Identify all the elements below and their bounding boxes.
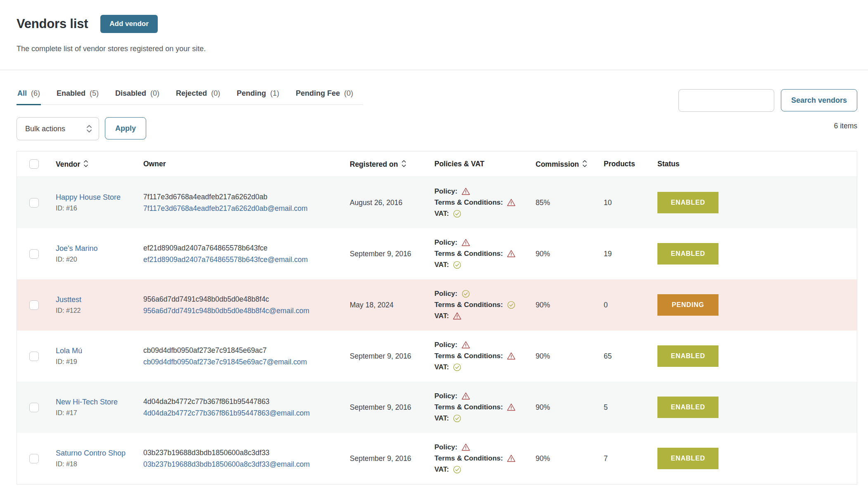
status-badge: PENDING (657, 294, 719, 316)
column-header-registered[interactable]: Registered on (342, 151, 426, 177)
owner-email-link[interactable]: 7f117e3d6768a4eadfeb217a6262d0ab@email.c… (143, 204, 333, 213)
column-header-vendor[interactable]: Vendor (47, 151, 135, 177)
owner-email-link[interactable]: 956a6d7dd7491c948b0db5d0e48b8f4c@email.c… (143, 307, 333, 315)
products-count: 10 (595, 177, 649, 229)
warning-icon (461, 238, 470, 247)
check-circle-icon (453, 363, 462, 372)
commission-value: 90% (527, 433, 595, 484)
check-circle-icon (507, 300, 516, 309)
owner-name: 03b237b19688d3bdb1850600a8c3df33 (143, 449, 333, 457)
policy-status-icon (461, 340, 470, 350)
row-checkbox[interactable] (29, 403, 39, 412)
toolbar: All (6) Enabled (5) Disabled (0) Re (17, 86, 857, 140)
vendor-row: Justtest ID: #122 956a6d7dd7491c948b0db5… (17, 279, 857, 331)
vendors-table-body: Happy House Store ID: #16 7f117e3d6768a4… (17, 177, 857, 484)
status-tab[interactable]: Rejected (0) (175, 86, 221, 104)
chevron-up-down-icon (86, 124, 92, 133)
warning-icon (461, 392, 470, 401)
registered-date: September 9, 2016 (342, 433, 426, 484)
vat-status-icon (453, 260, 462, 269)
status-tab[interactable]: All (6) (17, 86, 41, 105)
page-header: Vendors list Add vendor The complete lis… (0, 0, 868, 70)
warning-icon (461, 340, 470, 350)
select-all-checkbox[interactable] (29, 159, 39, 169)
row-checkbox[interactable] (29, 352, 39, 361)
apply-button[interactable]: Apply (105, 117, 146, 139)
status-badge: ENABLED (657, 345, 719, 367)
terms-label: Terms & Conditions: (434, 453, 503, 463)
column-header-commission[interactable]: Commission (527, 151, 595, 177)
vendor-name-link[interactable]: Saturno Contro Shop (56, 449, 127, 458)
row-checkbox[interactable] (29, 249, 39, 259)
status-tab[interactable]: Disabled (0) (114, 86, 160, 104)
tab-label: Pending (237, 89, 266, 97)
status-badge: ENABLED (657, 448, 719, 469)
tab-label: Disabled (115, 89, 146, 97)
owner-email-link[interactable]: ef21d8909ad2407a764865578b643fce@email.c… (143, 255, 333, 264)
bulk-actions-select[interactable]: Bulk actions (17, 117, 99, 140)
registered-date: September 9, 2016 (342, 331, 426, 382)
terms-label: Terms & Conditions: (434, 249, 503, 259)
vendor-id: ID: #17 (56, 409, 127, 417)
terms-status-icon (507, 352, 516, 361)
vendor-id: ID: #20 (56, 256, 127, 263)
vat-status-icon (453, 465, 462, 474)
products-count: 7 (595, 433, 649, 484)
vendor-name-link[interactable]: New Hi-Tech Store (56, 398, 127, 406)
products-count: 19 (595, 228, 649, 279)
status-tab[interactable]: Pending Fee (0) (295, 86, 354, 104)
vendor-id: ID: #122 (56, 307, 127, 314)
terms-label: Terms & Conditions: (434, 351, 503, 361)
status-badge: ENABLED (657, 243, 719, 265)
row-checkbox[interactable] (29, 198, 39, 208)
check-circle-icon (461, 289, 470, 298)
vendor-name-link[interactable]: Joe's Marino (56, 244, 127, 253)
owner-email-link[interactable]: cb09d4dfb0950af273e7c91845e69ac7@email.c… (143, 358, 333, 366)
vendor-row: Happy House Store ID: #16 7f117e3d6768a4… (17, 177, 857, 229)
terms-label: Terms & Conditions: (434, 300, 503, 310)
vat-status-icon (453, 209, 462, 218)
owner-email-link[interactable]: 4d04da2b4772c77b367f861b95447863@email.c… (143, 409, 333, 418)
sort-icon (582, 160, 587, 168)
vendor-name-link[interactable]: Lola Mú (56, 347, 127, 355)
tab-count: (0) (344, 89, 353, 97)
bulk-actions-label: Bulk actions (25, 125, 65, 133)
owner-name: 956a6d7dd7491c948b0db5d0e48b8f4c (143, 295, 333, 304)
vendor-row: Saturno Contro Shop ID: #18 03b237b19688… (17, 433, 857, 484)
terms-status-icon (507, 249, 516, 258)
commission-value: 90% (527, 279, 595, 331)
policy-status-icon (461, 392, 470, 401)
page-description: The complete list of vendor stores regis… (17, 45, 851, 53)
column-header-owner: Owner (135, 151, 342, 177)
vendors-list-content: All (6) Enabled (5) Disabled (0) Re (0, 86, 868, 496)
check-circle-icon (453, 414, 462, 423)
row-checkbox[interactable] (29, 300, 39, 310)
sort-icon (83, 160, 88, 168)
products-count: 5 (595, 382, 649, 433)
add-vendor-button[interactable]: Add vendor (100, 15, 157, 33)
vat-status-icon (453, 414, 462, 423)
policy-label: Policy: (434, 391, 458, 401)
policy-label: Policy: (434, 238, 458, 248)
terms-label: Terms & Conditions: (434, 198, 503, 208)
terms-status-icon (507, 198, 516, 207)
row-checkbox[interactable] (29, 454, 39, 463)
terms-label: Terms & Conditions: (434, 402, 503, 412)
owner-email-link[interactable]: 03b237b19688d3bdb1850600a8c3df33@email.c… (143, 460, 333, 469)
status-badge: ENABLED (657, 397, 719, 418)
status-tab[interactable]: Pending (1) (236, 86, 280, 104)
policy-label: Policy: (434, 289, 458, 299)
vat-label: VAT: (434, 413, 449, 423)
vat-label: VAT: (434, 465, 449, 475)
terms-status-icon (507, 403, 516, 412)
warning-icon (461, 187, 470, 196)
vat-status-icon (453, 312, 462, 321)
tab-label: Rejected (176, 89, 207, 97)
vendor-name-link[interactable]: Happy House Store (56, 193, 127, 202)
status-tab[interactable]: Enabled (5) (56, 86, 100, 104)
vendor-name-link[interactable]: Justtest (56, 295, 127, 304)
vat-label: VAT: (434, 260, 449, 270)
search-vendors-button[interactable]: Search vendors (781, 89, 857, 111)
tab-count: (0) (150, 89, 159, 97)
search-input[interactable] (678, 89, 774, 112)
